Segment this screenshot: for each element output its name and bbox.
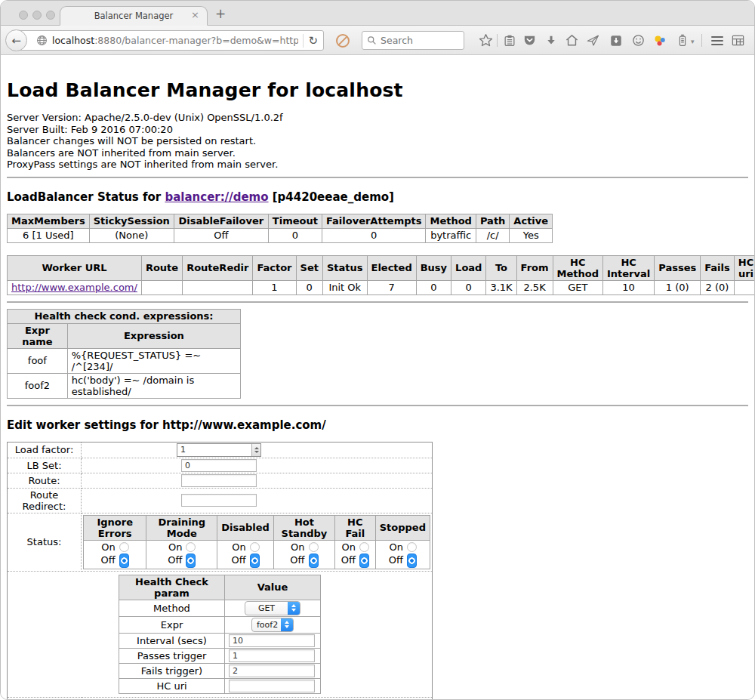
col-path: Path	[476, 214, 509, 228]
back-button[interactable]: ←	[5, 29, 27, 51]
draining-mode-on-radio[interactable]	[186, 542, 196, 552]
lb-set-input[interactable]	[181, 459, 257, 472]
reload-button[interactable]: ↻	[308, 34, 318, 48]
divider	[7, 301, 748, 303]
col-hc-fail: HC Fail	[334, 515, 375, 540]
col-disablefailover: DisableFailover	[174, 214, 268, 228]
hc-expr-select[interactable]: foof2	[251, 618, 294, 632]
route-redirect-input[interactable]	[181, 494, 257, 507]
form-row-load-factor: Load factor:	[8, 442, 433, 458]
hc-uri-input[interactable]	[229, 680, 315, 692]
url-domain: localhost	[52, 35, 94, 46]
form-row-submit: Submit	[8, 697, 433, 700]
balancer-demo-link[interactable]: balancer://demo	[165, 190, 268, 204]
hc-interval-input[interactable]	[229, 634, 315, 647]
page-title: Load Balancer Manager for localhost	[7, 79, 748, 101]
search-input[interactable]	[381, 35, 459, 46]
toolbar-separator-2	[701, 34, 702, 47]
send-tab-icon[interactable]	[585, 32, 601, 48]
save-to-device-icon[interactable]	[608, 32, 624, 48]
tab-groups-icon[interactable]	[730, 32, 746, 48]
tab-balancer-manager[interactable]: Balancer Manager ×	[60, 6, 208, 26]
hc-fail-on-radio[interactable]	[359, 542, 369, 552]
col-hc-param: Health Check param	[119, 575, 225, 600]
col-stopped: Stopped	[375, 515, 430, 540]
bookmarks-menu-icon[interactable]	[501, 32, 517, 48]
extension-dots-icon[interactable]	[652, 32, 667, 48]
divider	[7, 177, 748, 178]
worker-url-link[interactable]: http://www.example.com/	[11, 282, 137, 293]
url-path: :8880/balancer-manager?b=demo&w=http://w…	[94, 35, 298, 46]
loadbalancer-status-heading: LoadBalancer Status for balancer://demo …	[7, 190, 748, 204]
edit-worker-heading: Edit worker settings for http://www.exam…	[7, 418, 748, 432]
bookmark-star-icon[interactable]	[478, 32, 494, 48]
tab-bar: Balancer Manager × +	[1, 1, 754, 26]
disabled-off-radio[interactable]	[250, 554, 260, 568]
page-content: Load Balancer Manager for localhost Serv…	[1, 79, 754, 700]
server-built-line: Server Built: Feb 9 2016 07:00:20	[7, 124, 748, 136]
col-ignore-errors: Ignore Errors	[84, 515, 146, 540]
draining-mode-off-radio[interactable]	[186, 554, 196, 568]
col-hc-value: Value	[225, 575, 321, 600]
disabled-on-radio[interactable]	[250, 542, 260, 552]
toolbar-separator	[497, 34, 498, 47]
tab-close-icon[interactable]: ×	[191, 10, 199, 20]
ignore-errors-on-radio[interactable]	[119, 542, 129, 552]
url-text: localhost:8880/balancer-manager?b=demo&w…	[52, 35, 298, 46]
select-stepper-icon[interactable]	[281, 618, 293, 632]
ignore-errors-off-radio[interactable]	[119, 554, 129, 568]
hc-passes-input[interactable]	[229, 649, 315, 662]
session-manager-icon[interactable]	[674, 32, 690, 48]
hot-standby-off-radio[interactable]	[309, 554, 319, 568]
col-worker-url: Worker URL	[8, 255, 142, 280]
pocket-icon[interactable]	[522, 32, 538, 48]
hc-fails-input[interactable]	[229, 665, 315, 677]
urlbar-separator	[303, 34, 304, 48]
status-heading-suffix: [p4420eeae_demo]	[269, 190, 394, 204]
col-disabled: Disabled	[217, 515, 274, 540]
proxypass-note-line: ProxyPass settings are NOT inherited fro…	[7, 159, 748, 171]
menu-hamburger-icon[interactable]	[709, 32, 725, 48]
table-header-row: Worker URL Route RouteRedir Factor Set S…	[8, 255, 755, 280]
content-blocked-icon[interactable]	[336, 34, 350, 48]
tab-title: Balancer Manager	[94, 11, 174, 21]
edit-worker-form: Load factor: LB Set: Route: Route Redire…	[7, 442, 433, 700]
stopped-on-radio[interactable]	[407, 542, 417, 552]
hc-fail-off-radio[interactable]	[359, 554, 369, 568]
status-heading-prefix: LoadBalancer Status for	[7, 190, 165, 204]
number-spinner-icon[interactable]	[251, 444, 260, 456]
home-icon[interactable]	[564, 32, 580, 48]
col-stickysession: StickySession	[89, 214, 174, 228]
hc-method-select[interactable]: GET	[245, 601, 300, 615]
worker-status-table: Worker URL Route RouteRedir Factor Set S…	[7, 255, 755, 295]
window-zoom-button[interactable]	[46, 11, 55, 20]
load-factor-input[interactable]	[177, 443, 261, 457]
window-close-button[interactable]	[19, 11, 28, 20]
worker-row: http://www.example.com/ 1 0 Init Ok 7 0 …	[8, 280, 755, 294]
col-timeout: Timeout	[268, 214, 322, 228]
col-expr-name: Expr name	[8, 323, 68, 348]
form-row-route-redirect: Route Redirect:	[8, 488, 433, 513]
form-row-lb-set: LB Set:	[8, 458, 433, 473]
forget-smiley-icon[interactable]	[630, 32, 646, 48]
server-info: Server Version: Apache/2.5.0-dev (Unix) …	[7, 112, 748, 171]
overflow-caret-icon[interactable]: ▾	[691, 38, 695, 45]
downloads-icon[interactable]	[543, 32, 559, 48]
table-header-row: MaxMembers StickySession DisableFailover…	[8, 214, 553, 228]
new-tab-button[interactable]: +	[215, 6, 226, 21]
col-expression: Expression	[67, 323, 240, 348]
select-stepper-icon[interactable]	[288, 601, 300, 615]
inherit-note-line: Balancers are NOT inherited from main se…	[7, 147, 748, 159]
search-icon	[367, 35, 377, 45]
hot-standby-on-radio[interactable]	[309, 542, 319, 552]
search-box[interactable]	[362, 31, 464, 50]
window-minimize-button[interactable]	[32, 11, 42, 20]
stopped-off-radio[interactable]	[407, 554, 417, 568]
table-row: 6 [1 Used] (None) Off 0 0 bytraffic /c/ …	[8, 228, 553, 242]
balancer-status-table: MaxMembers StickySession DisableFailover…	[7, 214, 553, 243]
navigation-toolbar: ← localhost:8880/balancer-manager?b=demo…	[1, 26, 754, 55]
url-bar[interactable]: localhost:8880/balancer-manager?b=demo&w…	[16, 30, 324, 51]
browser-window: Balancer Manager × + ← localhost:8880/ba…	[0, 0, 755, 700]
route-input[interactable]	[181, 474, 257, 487]
globe-icon[interactable]	[36, 35, 48, 46]
